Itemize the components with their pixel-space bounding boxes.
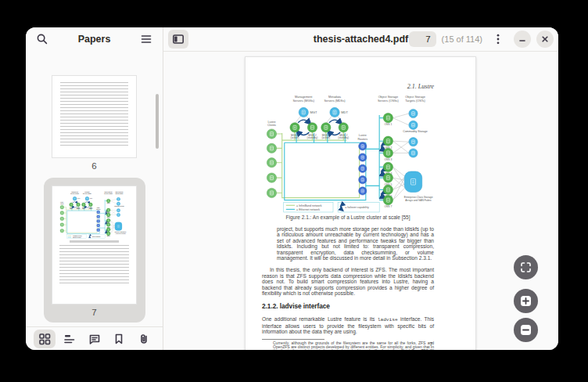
mds2-node <box>88 203 92 207</box>
router-node <box>96 211 99 214</box>
document-canvas[interactable]: 2.1. Lustre <box>163 52 558 350</box>
mds2-label: MDS 2 <box>88 207 91 208</box>
ost-node <box>409 109 418 117</box>
zoom-out-button[interactable] <box>514 318 538 342</box>
main-pane: thesis-attached4.pdf (15 of 114) <box>163 27 558 350</box>
main-header: thesis-attached4.pdf (15 of 114) <box>163 27 558 52</box>
svg-text:(standby): (standby) <box>88 207 93 209</box>
mgt-label: MGT <box>77 198 80 199</box>
menu-button[interactable] <box>488 30 508 49</box>
oss-node <box>383 136 393 146</box>
page-7-label: 7 <box>52 308 137 317</box>
client-node <box>59 217 63 221</box>
zoom-in-button[interactable] <box>514 289 538 313</box>
failover-arrows <box>72 202 106 232</box>
page-number-input[interactable] <box>409 31 436 47</box>
pdf-page: 2.1. Lustre <box>245 56 476 350</box>
mds2-node <box>339 123 348 132</box>
zoom-fit-button[interactable] <box>514 255 538 279</box>
figure-caption: Figure 2.1.: An example of a Lustre clus… <box>262 214 434 220</box>
search-button[interactable] <box>32 30 52 49</box>
annotations-icon <box>88 333 101 345</box>
screenshot-stage: Papers 6 <box>0 0 588 382</box>
oss-column-header: Object Storage <box>378 96 398 99</box>
tab-annotations[interactable] <box>84 330 106 348</box>
mgs-column-header: Management <box>295 96 313 99</box>
mgs2-node <box>307 123 317 132</box>
zoom-controls <box>514 255 538 342</box>
sidebar-toggle-button[interactable] <box>168 30 188 49</box>
running-header: 2.1. Lustre <box>262 83 434 90</box>
page-count-label: (15 of 114) <box>442 34 482 44</box>
mdt-node <box>330 107 339 117</box>
oss-node <box>106 199 110 203</box>
lustre-cluster-diagram: OSS 1OSS 2OSS 3OSS 4OSS 5OSS 6OSS 7 Mana… <box>57 191 132 239</box>
oss-node <box>106 228 110 232</box>
router-node <box>359 164 367 172</box>
mgs2-label: MGS 2 <box>77 207 80 208</box>
sidebar-title: Papers <box>52 34 136 45</box>
close-icon <box>540 34 550 44</box>
bookmark-icon <box>113 333 125 345</box>
ost-node <box>409 138 418 146</box>
sidebar-toggle-icon <box>172 33 185 45</box>
thumbnail-list: 6 <box>26 51 163 326</box>
mgs-column-header: Management <box>71 191 78 193</box>
oss-node <box>383 185 393 194</box>
minimize-button[interactable] <box>514 31 531 48</box>
header-controls: (15 of 114) <box>409 30 554 49</box>
diagram-legend: = InfiniBand network = Ethernet network … <box>284 203 379 212</box>
ost-node <box>117 213 120 216</box>
svg-text:(standby): (standby) <box>338 136 349 139</box>
mgt-label: MGT <box>310 110 317 114</box>
tab-thumbnails[interactable] <box>34 330 56 348</box>
router-node <box>96 224 99 227</box>
oss-node <box>106 213 110 217</box>
oss-label: OSS 1 <box>106 203 109 204</box>
sidebar-scrollbar[interactable] <box>156 94 159 149</box>
router-node <box>96 219 99 222</box>
body-paragraph-1: project, but supports much more storage … <box>277 226 434 261</box>
client-node <box>59 211 63 215</box>
enterprise-storage-label: Enterprise-Class Storage <box>114 231 126 232</box>
tab-bookmarks[interactable] <box>108 330 130 348</box>
svg-text:Servers (MGSs): Servers (MGSs) <box>293 99 315 103</box>
enterprise-storage-node <box>404 171 421 193</box>
client-node <box>267 143 276 153</box>
tab-attachments[interactable] <box>133 330 155 348</box>
page-7-mini-diagram: OSS 1OSS 2OSS 3OSS 4OSS 5OSS 6OSS 7 Mana… <box>57 191 132 239</box>
oss-label: OSS 6 <box>106 232 109 232</box>
svg-text:Clients: Clients <box>60 203 64 204</box>
oss-label: OSS 3 <box>106 217 109 218</box>
oss-label: OSS 7 <box>385 205 393 208</box>
mgt-node <box>299 107 308 117</box>
legend-infiniband: = InfiniBand network <box>296 204 322 207</box>
oss-label: OSS 1 <box>385 123 393 126</box>
outline-icon <box>63 333 76 345</box>
section-heading: 2.1.2. ladvise interface <box>262 303 434 310</box>
main-menu-button[interactable] <box>136 30 156 49</box>
app-window: Papers 6 <box>26 27 558 350</box>
footnote-rule <box>262 339 324 340</box>
clients-label: Lustre <box>267 121 275 124</box>
commodity-storage-label: Commodity Storage <box>403 130 428 133</box>
hamburger-icon <box>140 33 152 45</box>
mds1-node <box>321 123 331 132</box>
page-6-preview <box>52 75 137 158</box>
tab-outline[interactable] <box>59 330 81 348</box>
svg-text:Routers: Routers <box>357 138 368 141</box>
oss-node <box>106 232 110 236</box>
oss-node <box>383 173 393 182</box>
router-node <box>359 176 367 184</box>
legend-ethernet: = Ethernet network <box>71 236 81 238</box>
search-icon <box>36 33 48 45</box>
body-paragraph-3: One additional remarkable Lustre feature… <box>262 316 434 334</box>
lustre-cluster-figure: OSS 1OSS 2OSS 3OSS 4OSS 5OSS 6OSS 7 Mana… <box>260 93 447 213</box>
close-button[interactable] <box>536 31 554 48</box>
svg-text:Targets (OSTs): Targets (OSTs) <box>405 99 425 103</box>
paperclip-icon <box>138 333 150 345</box>
kebab-menu-icon <box>493 33 504 45</box>
sidebar: Papers 6 <box>26 27 163 350</box>
svg-text:(active): (active) <box>321 136 330 139</box>
ost-node <box>117 197 120 200</box>
